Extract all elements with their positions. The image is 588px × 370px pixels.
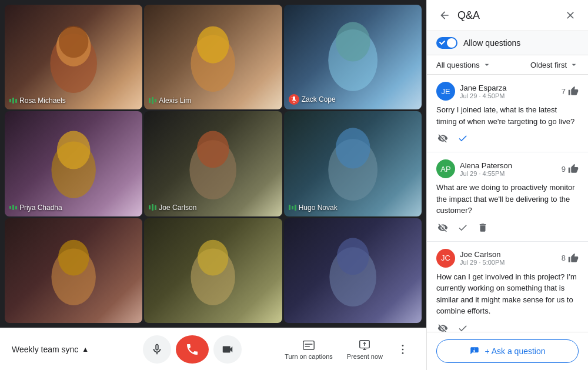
present-button[interactable]: Present now [341, 336, 389, 362]
allow-questions-label: Allow questions [463, 38, 520, 48]
video-cell-7 [5, 218, 142, 323]
question-item-2: AP Alena Paterson Jul 29 · 4:55PM 9 What… [427, 152, 588, 242]
captions-button[interactable]: Turn on captions [279, 336, 339, 362]
label-rosa: Rosa Michaels [9, 96, 66, 105]
qa-footer: + Ask a question [427, 332, 588, 370]
user-time-joe: Jul 29 · 5:00PM [460, 259, 505, 266]
controls-center [106, 335, 279, 364]
hide-button-alena[interactable] [436, 221, 449, 234]
avatar-initials-jane: JE [441, 87, 450, 96]
question-text-joe: How can I get involved in this project? … [436, 271, 579, 317]
label-joe: Joe Carlson [149, 204, 196, 212]
qa-back-button[interactable] [436, 7, 453, 24]
label-zack: Zack Cope [289, 94, 336, 105]
meeting-title-area[interactable]: Weekly team sync ▲ [12, 345, 106, 354]
question-actions-jane [436, 132, 579, 145]
qa-title: Q&A [457, 9, 557, 22]
avatar-initials-joe: JC [441, 254, 450, 262]
sort-dropdown[interactable]: Oldest first [530, 60, 579, 69]
svg-point-11 [197, 131, 229, 168]
question-text-alena: What are we doing to proactively monitor… [436, 182, 579, 216]
svg-point-9 [57, 131, 91, 169]
chevron-up-icon: ▲ [82, 345, 89, 354]
video-cell-priya: Priya Chadha [5, 111, 142, 216]
questions-list: JE Jane Esparza Jul 29 · 4:50PM 7 Sorry … [427, 75, 588, 332]
video-cell-8 [144, 218, 282, 323]
svg-point-26 [402, 352, 404, 354]
delete-button-alena[interactable] [476, 221, 489, 234]
svg-point-6 [335, 22, 370, 61]
all-questions-dropdown[interactable]: All questions [436, 60, 492, 69]
label-alexis: Alexis Lim [149, 96, 191, 105]
question-text-jane: Sorry I joined late, what is the latest … [436, 104, 579, 127]
svg-point-15 [58, 239, 89, 275]
controls-right: Turn on captions Present now [279, 336, 415, 362]
captions-label: Turn on captions [285, 353, 333, 360]
allow-questions-bar: Allow questions [427, 31, 588, 55]
filter-bar: All questions Oldest first [427, 55, 588, 75]
avatar-alena: AP [436, 159, 455, 178]
check-button-alena[interactable] [456, 221, 469, 234]
hide-button-jane[interactable] [436, 132, 449, 145]
ask-button-label: + Ask a question [485, 346, 545, 356]
user-name-joe: Joe Carlson [460, 250, 505, 259]
svg-point-24 [402, 345, 404, 346]
check-button-joe[interactable] [456, 322, 469, 332]
label-priya: Priya Chadha [9, 204, 62, 212]
mic-button[interactable] [143, 335, 171, 364]
qa-panel: Q&A Allow questions All questions Oldest… [426, 0, 588, 370]
user-name-alena: Alena Paterson [460, 161, 512, 170]
muted-icon [289, 94, 299, 105]
avatar-jane: JE [436, 82, 455, 101]
answered-button-jane[interactable] [456, 132, 469, 145]
label-hugo: Hugo Novak [289, 204, 338, 212]
avatar-initials-alena: AP [440, 165, 450, 174]
video-cell-alexis: Alexis Lim [144, 5, 282, 109]
video-grid: Rosa Michaels Alexis Lim [0, 0, 426, 328]
video-cell-9 [284, 218, 422, 323]
video-cell-rosa: Rosa Michaels [5, 5, 142, 109]
svg-point-17 [198, 239, 228, 275]
avatar-joe: JC [436, 249, 455, 268]
hide-button-joe[interactable] [436, 322, 449, 332]
svg-rect-20 [303, 341, 314, 349]
qa-header: Q&A [427, 0, 588, 31]
video-area: Rosa Michaels Alexis Lim [0, 0, 426, 370]
sort-label: Oldest first [530, 61, 567, 69]
user-time-alena: Jul 29 · 4:55PM [460, 170, 512, 177]
user-name-jane: Jane Esparza [460, 84, 507, 92]
svg-point-4 [197, 26, 229, 64]
likes-joe: 8 [562, 253, 579, 264]
qa-close-button[interactable] [562, 7, 579, 24]
likes-alena: 9 [562, 164, 579, 174]
question-item-1: JE Jane Esparza Jul 29 · 4:50PM 7 Sorry … [427, 75, 588, 152]
meeting-title-text: Weekly team sync [12, 345, 78, 354]
question-actions-joe [436, 322, 579, 332]
likes-jane: 7 [562, 86, 579, 96]
video-cell-zack: Zack Cope [284, 5, 422, 109]
user-time-jane: Jul 29 · 4:50PM [460, 92, 507, 99]
more-options-button[interactable] [391, 338, 415, 361]
filter-label: All questions [436, 61, 480, 69]
video-cell-hugo: Hugo Novak [284, 111, 422, 216]
question-item-3: JC Joe Carlson Jul 29 · 5:00PM 8 How can… [427, 242, 588, 332]
bottom-bar: Weekly team sync ▲ [0, 328, 426, 370]
svg-point-25 [402, 348, 404, 350]
video-cell-joe: Joe Carlson [144, 111, 282, 216]
svg-point-2 [59, 26, 88, 58]
question-actions-alena [436, 221, 579, 234]
svg-point-13 [335, 128, 370, 169]
allow-questions-toggle[interactable] [436, 37, 457, 49]
ask-question-button[interactable]: + Ask a question [436, 339, 579, 363]
present-label: Present now [347, 353, 383, 360]
svg-point-19 [337, 238, 369, 275]
camera-button[interactable] [213, 335, 242, 364]
end-call-button[interactable] [176, 335, 209, 364]
